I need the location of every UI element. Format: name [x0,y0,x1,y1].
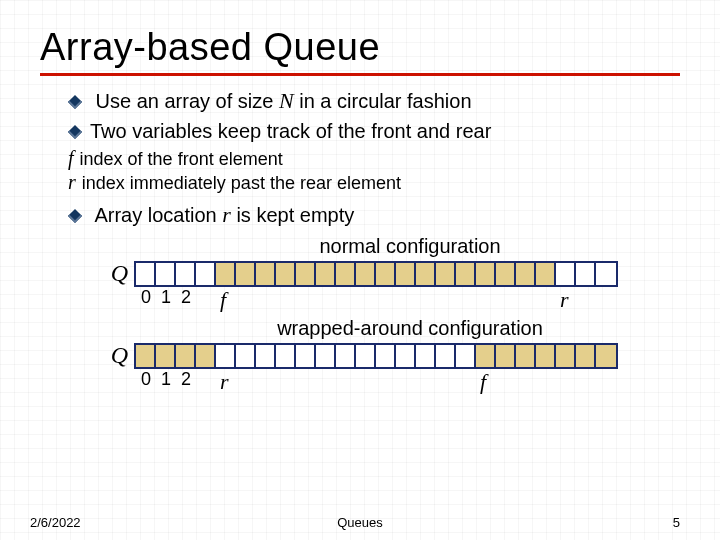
var-N: N [279,88,294,113]
array-cell [336,345,356,367]
array-cell [556,345,576,367]
array-cell [456,345,476,367]
array-cell [596,345,616,367]
array-cell [536,345,556,367]
bullet-1: Use an array of size N in a circular fas… [70,86,680,116]
pointer-r-normal: r [560,287,569,313]
array-cell [176,263,196,285]
pointer-r-wrapped: r [220,369,229,395]
array-cell [136,263,156,285]
array-cell [196,345,216,367]
array-cell [416,345,436,367]
slide: Array-based Queue Use an array of size N… [0,0,720,540]
array-cell [516,263,536,285]
footer: 2/6/2022 Queues 5 [0,515,720,530]
sub-f: findex of the front element [68,147,680,170]
label-Q-2: Q [100,342,134,369]
array-cell [576,345,596,367]
bullet-3-pre: Array location [94,204,222,226]
bullet-1-pre: Use an array of size [96,90,279,112]
footer-page: 5 [673,515,680,530]
array-cell [356,345,376,367]
array-cell [216,263,236,285]
label-Q-1: Q [100,260,134,287]
array-cell [256,263,276,285]
bullet-list-2: Array location r is kept empty [70,200,680,230]
array-cell [196,263,216,285]
array-cell [436,263,456,285]
array-cell [456,263,476,285]
array-cell [476,345,496,367]
idx-2b: 2 [176,369,196,393]
array-cell [496,345,516,367]
var-r-inline: r [222,202,231,227]
array-cell [536,263,556,285]
array-cell [596,263,616,285]
idx-2: 2 [176,287,196,311]
idx-1b: 1 [156,369,176,393]
array-cell [516,345,536,367]
array-cell [296,263,316,285]
array-cell [256,345,276,367]
array-cell [136,345,156,367]
array-cell [236,345,256,367]
footer-topic: Queues [337,515,383,530]
bullet-3: Array location r is kept empty [70,200,680,230]
array-cell [176,345,196,367]
footer-date: 2/6/2022 [30,515,81,530]
idx-0b: 0 [136,369,156,393]
figure-normal: normal configuration Q 0 1 2 f r [40,235,680,311]
array-cell [416,263,436,285]
page-title: Array-based Queue [40,26,680,76]
array-cell [336,263,356,285]
caption-wrapped: wrapped-around configuration [220,317,600,340]
indices-normal: 0 1 2 f r [136,287,680,311]
array-cell [376,263,396,285]
array-cell [396,263,416,285]
array-cell [156,345,176,367]
idx-0: 0 [136,287,156,311]
array-cell [436,345,456,367]
bullet-3-post: is kept empty [231,204,354,226]
array-cell [316,263,336,285]
array-wrapped [134,343,618,369]
array-cell [556,263,576,285]
array-cell [216,345,236,367]
array-cell [236,263,256,285]
array-cell [476,263,496,285]
var-f: f [68,147,74,169]
caption-normal: normal configuration [220,235,600,258]
indices-wrapped: 0 1 2 r f [136,369,680,393]
pointer-f-normal: f [220,287,226,313]
var-r: r [68,171,76,193]
bullet-1-post: in a circular fashion [294,90,472,112]
array-cell [296,345,316,367]
figure-wrapped: wrapped-around configuration Q 0 1 2 r f [40,317,680,393]
array-normal [134,261,618,287]
sub-bullet-list: findex of the front element rindex immed… [68,147,680,194]
bullet-list: Use an array of size N in a circular fas… [70,86,680,145]
sub-r-text: index immediately past the rear element [82,173,401,193]
array-cell [276,263,296,285]
idx-1: 1 [156,287,176,311]
pointer-f-wrapped: f [480,369,486,395]
array-cell [376,345,396,367]
array-cell [496,263,516,285]
array-cell [576,263,596,285]
array-cell [356,263,376,285]
array-cell [316,345,336,367]
array-cell [276,345,296,367]
sub-f-text: index of the front element [80,149,283,169]
array-cell [156,263,176,285]
bullet-2: Two variables keep track of the front an… [70,118,680,145]
array-cell [396,345,416,367]
sub-r: rindex immediately past the rear element [68,171,680,194]
